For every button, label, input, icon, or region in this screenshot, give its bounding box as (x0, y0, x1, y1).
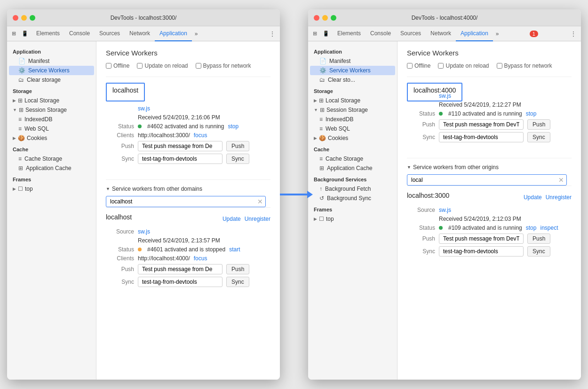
tab-elements-2[interactable]: Elements (333, 26, 366, 41)
filter-input-2[interactable] (407, 174, 567, 186)
sw-w2-status-action[interactable]: stop (526, 110, 537, 117)
sidebar-item-websql-1[interactable]: ≡ Web SQL (9, 124, 94, 133)
sw-w2-2-sync-btn[interactable]: Sync (527, 246, 550, 257)
responsive-icon-2[interactable]: 📱 (321, 29, 331, 39)
sw2-push-input-1[interactable] (138, 264, 222, 274)
sidebar-item-cachestorage-2[interactable]: ≡ Cache Storage (310, 154, 395, 163)
maximize-button-1[interactable] (30, 15, 35, 21)
tab-console-1[interactable]: Console (64, 26, 95, 41)
sidebar-item-localstorage-2[interactable]: ▶ ⊞ Local Storage (308, 96, 397, 105)
tab-menu-1[interactable]: ⋮ (267, 31, 278, 37)
sw-w2-2-sync-input[interactable] (439, 246, 524, 257)
sw-w2-2-source-label: Source (407, 207, 435, 213)
offline-check-1[interactable] (106, 63, 111, 69)
sidebar-item-sw-2[interactable]: ⚙️ Service Workers (310, 66, 395, 75)
bypass-network-check-1[interactable] (196, 63, 201, 69)
filter-input-1[interactable] (106, 196, 266, 207)
responsive-icon-1[interactable]: 📱 (20, 29, 30, 39)
sw2-source-link-1[interactable]: sw.js (138, 228, 150, 235)
sw-sync-input-1[interactable] (138, 154, 222, 164)
bypass-network-checkbox-1[interactable]: Bypass for network (196, 62, 251, 69)
sidebar-item-manifest-2[interactable]: 📄 Manifest (310, 56, 395, 66)
sidebar-item-sessionstorage-1[interactable]: ▼ ⊞ Session Storage (7, 105, 96, 115)
devtools-icon-1[interactable]: ⊞ (9, 29, 18, 39)
sidebar-item-websql-2[interactable]: ≡ Web SQL (310, 124, 395, 133)
tab-more-1[interactable]: » (192, 31, 201, 37)
sidebar-item-appcache-1[interactable]: ⊞ Application Cache (9, 163, 94, 173)
tab-sources-2[interactable]: Sources (396, 26, 426, 41)
devtools-icon-2[interactable]: ⊞ (310, 29, 319, 39)
tab-application-2[interactable]: Application (456, 26, 493, 41)
maximize-button-2[interactable] (331, 15, 336, 21)
filter-clear-2[interactable]: ✕ (558, 176, 564, 184)
sw-w2-push-input[interactable] (439, 119, 524, 130)
sidebar-item-bgfetch-2[interactable]: ↑ Background Fetch (310, 184, 395, 194)
tab-console-2[interactable]: Console (366, 26, 396, 41)
update-reload-checkbox-2[interactable]: Update on reload (438, 62, 489, 69)
sw-w2-2-source-link[interactable]: sw.js (439, 207, 451, 213)
sw-w2-sync-btn[interactable]: Sync (527, 132, 550, 142)
sw-w2-2-push-btn[interactable]: Push (527, 233, 550, 244)
update-reload-check-1[interactable] (137, 63, 143, 69)
filter-clear-1[interactable]: ✕ (257, 198, 263, 205)
sidebar-item-manifest-1[interactable]: 📄 Manifest (9, 56, 94, 66)
sw-unregister-link-1[interactable]: Unregister (245, 216, 270, 222)
sw-update-link-1[interactable]: Update (222, 216, 241, 222)
sidebar-item-indexeddb-1[interactable]: ≡ IndexedDB (9, 115, 94, 124)
bypass-network-check-2[interactable] (497, 63, 502, 69)
sidebar-item-top-1[interactable]: ▶ ☐ top (7, 184, 96, 194)
minimize-button-1[interactable] (21, 15, 27, 21)
tab-sources-1[interactable]: Sources (95, 26, 125, 41)
update-reload-checkbox-1[interactable]: Update on reload (137, 62, 188, 69)
sw-w2-push-btn[interactable]: Push (527, 119, 550, 130)
sidebar-item-clearstorage-2[interactable]: 🗂 Clear sto... (310, 75, 395, 85)
sw2-sync-input-1[interactable] (138, 277, 222, 287)
sw-unregister-link-w2-2[interactable]: Unregister (546, 194, 572, 201)
sw2-sync-btn-1[interactable]: Sync (226, 277, 249, 287)
tab-more-2[interactable]: » (493, 31, 502, 37)
tab-network-1[interactable]: Network (125, 26, 155, 41)
sidebar-item-cookies-2[interactable]: ▶ 🍪 Cookies (308, 133, 397, 143)
offline-checkbox-2[interactable]: Offline (407, 62, 430, 69)
sidebar-item-appcache-2[interactable]: ⊞ Application Cache (310, 163, 395, 173)
sw-push-input-1[interactable] (138, 141, 222, 151)
bypass-network-checkbox-2[interactable]: Bypass for network (497, 62, 552, 69)
sidebar-item-localstorage-1[interactable]: ▶ ⊞ Local Storage (7, 96, 96, 105)
minimize-button-2[interactable] (322, 15, 328, 21)
sidebar-item-sessionstorage-2[interactable]: ▼ ⊞ Session Storage (308, 105, 397, 115)
sw2-status-action-1[interactable]: start (229, 246, 240, 253)
sw-w2-2-push-input[interactable] (439, 233, 524, 244)
sidebar-item-indexeddb-2[interactable]: ≡ IndexedDB (310, 115, 395, 124)
sw2-clients-action-1[interactable]: focus (194, 255, 207, 262)
sw-w2-sync-input[interactable] (439, 132, 524, 142)
offline-check-2[interactable] (407, 63, 413, 69)
update-reload-check-2[interactable] (438, 63, 444, 69)
sw-source-link-1[interactable]: sw.js (138, 105, 150, 112)
tab-icons-1: ⊞ 📱 (9, 29, 30, 39)
close-button-2[interactable] (314, 15, 319, 21)
sidebar-item-bgsync-2[interactable]: ↺ Background Sync (310, 194, 395, 203)
sw-w2-2-status-action[interactable]: stop (526, 225, 537, 231)
sw-w2-2-status-action2[interactable]: inspect (540, 225, 558, 231)
sw-status-action-1[interactable]: stop (228, 123, 238, 130)
tab-application-1[interactable]: Application (155, 26, 192, 41)
sw-clients-action-1[interactable]: focus (194, 132, 207, 139)
sw2-push-btn-1[interactable]: Push (226, 264, 249, 274)
sw-update-link-w2-2[interactable]: Update (524, 194, 542, 201)
sw-push-btn-1[interactable]: Push (226, 141, 249, 151)
sidebar-item-clearstorage-1[interactable]: 🗂 Clear storage (9, 75, 94, 85)
sw-sync-btn-1[interactable]: Sync (226, 154, 249, 164)
other-origins-header-2[interactable]: ▼ Service workers from other origins (407, 164, 572, 171)
sidebar-section-cache-1: Cache (7, 143, 96, 154)
sidebar-item-sw-1[interactable]: ⚙️ Service Workers (9, 66, 94, 75)
tab-menu-2[interactable]: ⋮ (568, 31, 579, 37)
sidebar-item-cachestorage-1[interactable]: ≡ Cache Storage (9, 154, 94, 163)
other-origins-header-1[interactable]: ▼ Service workers from other domains (106, 186, 270, 192)
sidebar-item-top-2[interactable]: ▶ ☐ top (308, 214, 397, 224)
tab-elements-1[interactable]: Elements (32, 26, 64, 41)
close-button-1[interactable] (13, 15, 18, 21)
sidebar-item-cookies-1[interactable]: ▶ 🍪 Cookies (7, 133, 96, 143)
sw-w2-source-link[interactable]: sw.js (439, 93, 451, 99)
tab-network-2[interactable]: Network (426, 26, 456, 41)
offline-checkbox-1[interactable]: Offline (106, 62, 129, 69)
